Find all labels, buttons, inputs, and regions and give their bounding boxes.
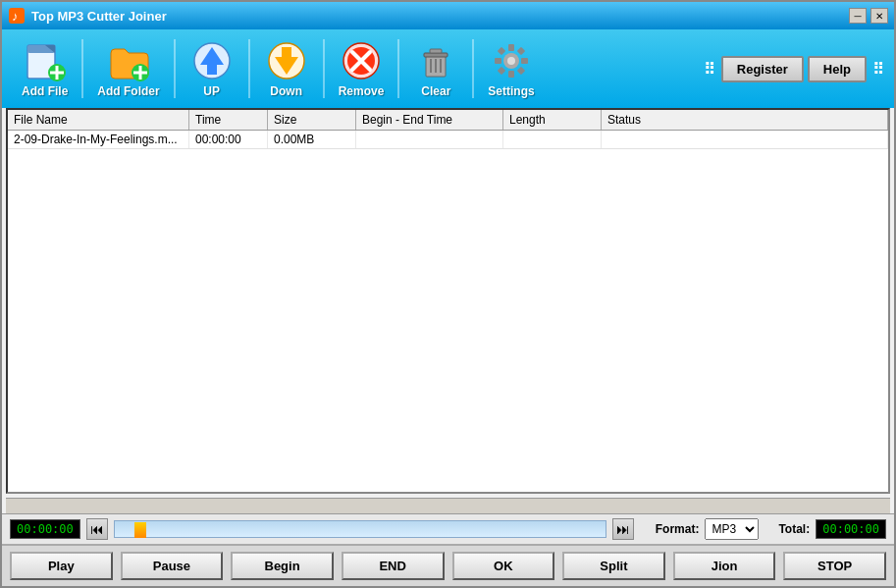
add-file-label: Add File [22,84,68,98]
separator-5 [397,39,399,98]
svg-rect-30 [508,71,514,78]
title-bar-left: ♪ Top MP3 Cutter Joiner [8,7,167,25]
play-button[interactable]: Play [10,552,113,580]
settings-button[interactable]: Settings [476,35,546,102]
col-header-status: Status [602,110,888,130]
toolbar-dots-right: ⠿ [870,60,886,79]
file-list-body[interactable]: 2-09-Drake-In-My-Feelings.m... 00:00:00 … [8,131,888,492]
toolbar: Add File Add Folder UP [2,29,894,108]
format-select[interactable]: MP3 WAV OGG [705,518,759,540]
down-icon [265,39,308,82]
title-bar: ♪ Top MP3 Cutter Joiner ─ ✕ [2,2,894,29]
down-label: Down [270,84,302,98]
svg-rect-36 [517,67,525,75]
seek-forward-button[interactable]: ⏭ [612,518,634,540]
progress-track[interactable] [114,520,606,538]
cell-status [602,131,888,148]
cell-size: 0.00MB [268,131,356,148]
remove-icon [340,39,383,82]
col-header-length: Length [503,110,602,130]
progress-area: 00:00:00 ⏮ ⏭ Format: MP3 WAV OGG Total: … [2,513,894,544]
minimize-button[interactable]: ─ [849,8,867,24]
current-time-display: 00:00:00 [10,519,80,539]
toolbar-dots-left: ⠿ [702,60,717,79]
col-header-size: Size [268,110,356,130]
cell-beginend [356,131,503,148]
up-label: UP [203,84,220,98]
pause-button[interactable]: Pause [121,552,224,580]
svg-rect-31 [495,58,501,64]
split-button[interactable]: Split [562,552,665,580]
cell-time: 00:00:00 [189,131,268,148]
settings-label: Settings [488,84,534,98]
settings-icon [490,39,533,82]
progress-thumb[interactable] [134,522,146,538]
down-button[interactable]: Down [252,35,321,102]
svg-rect-32 [521,58,528,64]
close-button[interactable]: ✕ [870,8,888,24]
add-folder-label: Add Folder [97,84,159,98]
total-label: Total: [778,522,810,536]
separator-1 [81,39,83,98]
file-list-area: File Name Time Size Begin - End Time Len… [6,108,890,494]
up-icon [190,39,234,82]
clear-button[interactable]: Clear [401,35,470,102]
svg-rect-22 [424,53,448,57]
add-file-button[interactable]: Add File [10,35,79,102]
add-file-icon [24,39,67,82]
begin-button[interactable]: Begin [231,552,334,580]
svg-rect-29 [508,44,514,51]
cell-filename: 2-09-Drake-In-My-Feelings.m... [8,131,189,148]
ok-button[interactable]: OK [452,552,555,580]
separator-3 [248,39,250,98]
cell-length [503,131,602,148]
title-bar-controls: ─ ✕ [849,8,888,24]
remove-button[interactable]: Remove [327,35,396,102]
end-button[interactable]: END [342,552,445,580]
stop-button[interactable]: STOP [783,552,886,580]
register-button[interactable]: Register [721,56,804,82]
jion-button[interactable]: Jion [673,552,776,580]
toolbar-right: ⠿ Register Help ⠿ [702,56,886,82]
svg-rect-35 [498,67,505,75]
add-folder-button[interactable]: Add Folder [85,35,171,102]
clear-label: Clear [421,84,450,98]
seek-back-button[interactable]: ⏮ [86,518,108,540]
separator-6 [472,39,474,98]
table-row[interactable]: 2-09-Drake-In-My-Feelings.m... 00:00:00 … [8,131,888,149]
up-button[interactable]: UP [178,35,246,102]
col-header-filename: File Name [8,110,189,130]
app-icon: ♪ [8,7,26,25]
clear-icon [414,39,457,82]
col-header-time: Time [189,110,268,130]
format-label: Format: [656,522,700,536]
help-button[interactable]: Help [808,56,867,82]
svg-rect-13 [207,65,217,75]
svg-rect-23 [430,49,442,53]
window-title: Top MP3 Cutter Joiner [31,9,167,24]
separator-4 [323,39,325,98]
bottom-bar: Play Pause Begin END OK Split Jion STOP [2,544,894,586]
col-header-beginend: Begin - End Time [356,110,503,130]
separator-2 [174,39,176,98]
svg-rect-33 [498,47,505,55]
svg-text:♪: ♪ [12,9,19,24]
main-window: ♪ Top MP3 Cutter Joiner ─ ✕ Add File [0,0,896,588]
file-list-header: File Name Time Size Begin - End Time Len… [8,110,888,131]
remove-label: Remove [339,84,385,98]
svg-rect-16 [282,47,291,57]
hscroll-area[interactable] [6,498,890,513]
total-time-display: 00:00:00 [816,519,886,539]
add-folder-icon [107,39,150,82]
svg-point-28 [507,57,515,65]
svg-rect-34 [517,47,525,55]
